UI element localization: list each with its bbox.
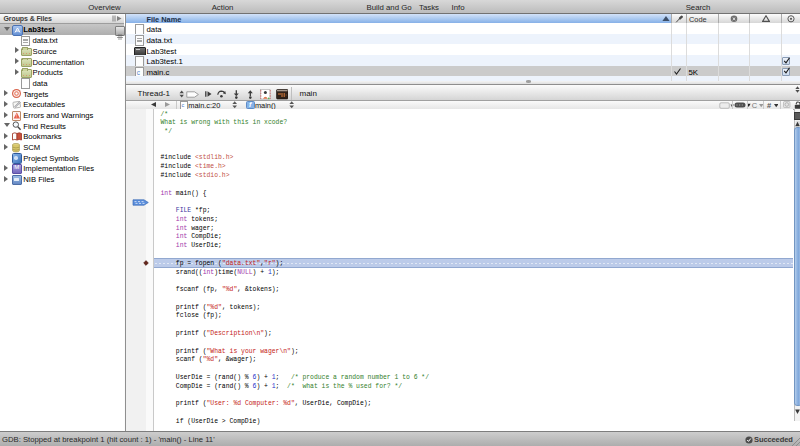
svg-text:!: ! bbox=[16, 114, 17, 119]
